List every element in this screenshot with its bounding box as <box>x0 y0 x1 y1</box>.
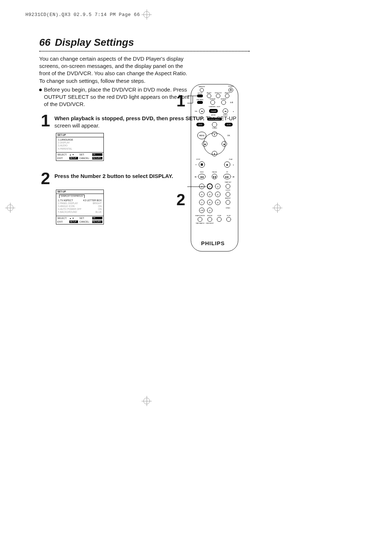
label-zoom: ZOOM <box>217 215 221 216</box>
label-search-mode: SEARCH MODE <box>195 215 205 216</box>
label-display: DISPLAY <box>207 215 213 216</box>
label-marker: MARKER <box>199 86 205 88</box>
registration-mark <box>5 203 15 213</box>
label-repeat: REPEAT <box>210 98 216 100</box>
svg-text:◀: ◀ <box>204 143 206 145</box>
label-subtitle: SUBTITLE <box>215 92 221 94</box>
label-speed: SPEED <box>226 207 230 209</box>
svg-point-10 <box>207 94 211 98</box>
svg-point-74 <box>208 217 212 222</box>
osd-setup-screen-1: SET-UP 1.LANGUAGE 2.DISPLAY 3.AUDIO 4.PA… <box>56 133 104 161</box>
svg-text:0: 0 <box>209 210 211 212</box>
osd-item: 2.DISPLAY <box>58 141 102 144</box>
svg-text:2: 2 <box>209 186 211 188</box>
osd-row-right: 4:3 LETTER BOX <box>83 199 102 202</box>
osd-footer-label: CANCEL: <box>79 157 91 160</box>
osd-item: 3.AUDIO <box>58 144 102 147</box>
step-1-bold: When playback is stopped, press DVD, the… <box>54 115 204 121</box>
osd-title: SET-UP <box>56 133 103 137</box>
page-number: 66 <box>39 36 50 49</box>
bullet-text: Before you begin, place the DVD/VCR in D… <box>44 86 192 108</box>
page-title: Display Settings <box>55 36 134 49</box>
label-stop: STOP <box>196 158 200 160</box>
osd-footer-label: EXIT: <box>57 157 68 160</box>
label-plus10: +10 <box>200 209 204 211</box>
svg-text:9: 9 <box>217 202 219 204</box>
svg-text:▲: ▲ <box>233 164 234 166</box>
osd-key: OK <box>92 153 102 156</box>
label-time-search: TIME SEARCH <box>196 223 204 224</box>
remote-diagram: 1 2 MARKER POWER SETUP AUDIO SUBTITLE AN… <box>187 83 245 254</box>
osd-tab: DISPLAY CONTROLS <box>59 195 85 198</box>
osd-key: SETUP <box>69 157 78 159</box>
label-repeat-ab: REPEAT <box>221 98 226 100</box>
svg-point-75 <box>217 217 221 222</box>
label-vcr: VCR <box>227 123 231 126</box>
svg-text:◀◀: ◀◀ <box>200 176 204 178</box>
svg-text:▲: ▲ <box>213 133 216 135</box>
svg-text:❚❚: ❚❚ <box>213 176 216 178</box>
svg-text:⏮: ⏮ <box>201 110 203 112</box>
label-clear: CLEAR <box>211 110 216 112</box>
callout-number-1: 1 <box>176 90 185 112</box>
svg-text:8: 8 <box>209 202 211 204</box>
osd-item: 1.LANGUAGE <box>58 138 102 141</box>
osd-item: 4.PARENTAL <box>58 147 102 150</box>
registration-mark <box>142 396 152 406</box>
osd-setup-screen-2: SET-UP DISPLAY CONTROLS 1.TV ASPECT 4:3 … <box>56 190 104 224</box>
svg-point-11 <box>216 94 220 98</box>
label-channel-skip: CHANNEL / SKIP <box>209 106 220 108</box>
osd-row-left: 2.PANEL DISPLAY <box>58 202 78 205</box>
svg-text:▶▶: ▶▶ <box>225 176 229 178</box>
svg-rect-9 <box>197 94 203 97</box>
label-pause: PAUSE <box>212 171 217 173</box>
label-dvd: DVD <box>199 123 203 126</box>
svg-point-14 <box>211 100 215 105</box>
label-status-exit: STATUS/EXIT <box>206 223 214 224</box>
label-slow: SLOW <box>227 215 231 216</box>
osd-row-left: 5.BACKGROUND <box>58 211 77 214</box>
svg-rect-13 <box>197 101 203 104</box>
osd-footer-label: SELECT: <box>57 217 68 220</box>
svg-text:❙▶: ❙▶ <box>232 176 235 178</box>
svg-text:3: 3 <box>217 186 219 188</box>
osd-key: RETURN <box>92 220 102 223</box>
label-vcr-tv: VCR/TV <box>226 190 231 191</box>
step-number: 2 <box>39 171 50 186</box>
osd-title: SET-UP <box>56 190 103 194</box>
svg-text:4: 4 <box>201 194 203 196</box>
osd-footer-label: SET: <box>79 153 91 156</box>
osd-row-left: 3.ANGLE ICON <box>58 205 75 208</box>
label-ff: FF <box>226 171 228 173</box>
intro-paragraph: You can change certain aspects of the DV… <box>39 55 192 85</box>
osd-row-right: ON <box>98 205 102 208</box>
osd-footer-label: SELECT: <box>57 153 68 156</box>
svg-text:▼: ▼ <box>213 153 216 155</box>
label-timer-set: TIMER SET <box>225 182 232 183</box>
title-divider <box>39 51 250 52</box>
step-2-bold: Press the Number 2 button to select DISP… <box>54 173 173 179</box>
label-a-b: A-B <box>230 101 233 104</box>
step-number: 1 <box>39 113 50 128</box>
label-audio: AUDIO <box>207 92 212 94</box>
label-memory: MEMORY <box>225 198 231 199</box>
osd-key: SETUP <box>69 220 78 223</box>
label-output-select: OUTPUT SELECT <box>209 119 220 120</box>
bullet-icon <box>39 89 42 91</box>
label-menu: MENU <box>199 134 205 137</box>
print-header: H9231CD(EN).QX3 02.9.5 7:14 PM Page 66 <box>25 12 140 18</box>
svg-text:⏭: ⏭ <box>225 110 226 112</box>
registration-mark <box>272 203 282 213</box>
svg-point-23 <box>212 122 217 127</box>
osd-row-left: 1.TV ASPECT <box>58 199 73 202</box>
label-discmenu: DISC MENU <box>196 99 204 101</box>
osd-row-left: 4.AUTO POWER OFF <box>58 208 82 211</box>
svg-rect-36 <box>201 163 203 166</box>
label-angle: ANGLE <box>225 92 230 94</box>
svg-point-26 <box>204 133 225 155</box>
svg-point-55 <box>226 184 230 189</box>
callout-number-2: 2 <box>176 189 185 210</box>
arrow-up-down-icon: ▲ ▼ <box>69 154 78 156</box>
svg-text:▶: ▶ <box>226 163 229 166</box>
label-rew: REW <box>200 171 204 173</box>
